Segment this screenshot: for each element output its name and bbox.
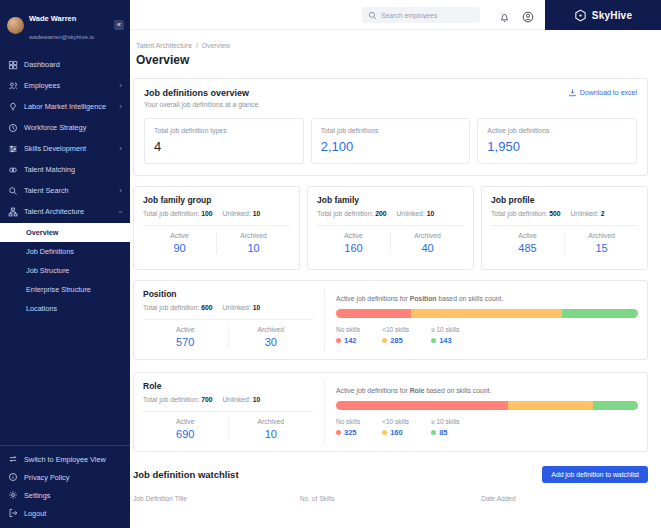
- stat-label: Active job definitions: [487, 127, 627, 134]
- switch-to-employee-view[interactable]: Switch to Employee View: [0, 450, 130, 468]
- sidebar-subitem-job-structure[interactable]: Job Structure: [0, 261, 130, 280]
- card-stats: Total job definition: 100 Unlinked: 10: [143, 210, 290, 217]
- sidebar-item-label: Labor Market Intelligence: [24, 102, 113, 111]
- section-subtitle: Your overall job definitions at a glance…: [144, 101, 260, 108]
- sidebar-item-workforce-strategy[interactable]: Workforce Strategy: [0, 117, 130, 138]
- sidebar-item-talent-search[interactable]: Talent Search ›: [0, 180, 130, 201]
- legend-item: ≥ 10 skills 143: [431, 326, 460, 345]
- avatar: [7, 17, 24, 34]
- total-value: 700: [201, 396, 212, 403]
- total-value: 200: [375, 210, 386, 217]
- brand-name: SkyHive: [592, 10, 632, 21]
- stat-active-definitions: Active job definitions 1,950: [477, 118, 637, 164]
- account-button[interactable]: [522, 9, 534, 27]
- breadcrumb-parent[interactable]: Talent Architecture: [136, 42, 192, 49]
- footer-item-label: Privacy Policy: [24, 473, 122, 482]
- sidebar-subitem-job-definitions[interactable]: Job Definitions: [0, 242, 130, 261]
- chart-description: Active job definitions for Role based on…: [336, 387, 638, 394]
- sidebar-item-skills-development[interactable]: Skills Development ›: [0, 138, 130, 159]
- active-column: Active 570: [143, 326, 229, 348]
- active-column: Active 690: [143, 418, 229, 440]
- total-label: Total job definition:: [143, 304, 199, 311]
- column-header[interactable]: Job Definition Title: [133, 495, 300, 502]
- active-count: 485: [491, 242, 564, 254]
- stat-total-types: Total job definition types 4: [144, 118, 304, 164]
- archived-count: 15: [565, 242, 638, 254]
- job-family-card: Job family Total job definition: 200 Unl…: [307, 186, 474, 270]
- sidebar-item-dashboard[interactable]: Dashboard: [0, 54, 130, 75]
- active-label: Active: [491, 232, 564, 239]
- legend-count: 143: [439, 336, 452, 345]
- column-header[interactable]: No. of Skills: [300, 495, 481, 502]
- settings[interactable]: Settings: [0, 486, 130, 504]
- chevron-down-icon: ›: [117, 210, 125, 213]
- total-value: 600: [201, 304, 212, 311]
- card-title: Job family group: [143, 195, 290, 205]
- logout-icon: [8, 508, 18, 518]
- archived-label: Archived: [229, 326, 314, 333]
- info-icon: [8, 472, 18, 482]
- archived-count: 40: [391, 242, 464, 254]
- legend-item: <10 skills 160: [382, 418, 409, 437]
- download-to-excel-link[interactable]: Download to excel: [568, 88, 637, 97]
- main-content: Job definitions overview Your overall jo…: [133, 78, 648, 502]
- notifications-button[interactable]: [499, 9, 510, 27]
- download-icon: [568, 88, 577, 97]
- sidebar-subitem-enterprise-structure[interactable]: Enterprise Structure: [0, 280, 130, 299]
- sliders-icon: [8, 144, 18, 154]
- legend-dot: [382, 338, 387, 343]
- search-box[interactable]: [362, 7, 480, 23]
- add-to-watchlist-button[interactable]: Add job definition to watchlist: [542, 466, 648, 483]
- sidebar-item-label: Talent Matching: [24, 165, 122, 174]
- job-profile-card: Job profile Total job definition: 500 Un…: [481, 186, 648, 270]
- card-stats: Total job definition: 600 Unlinked: 10: [143, 304, 313, 311]
- active-count: 90: [143, 242, 216, 254]
- archived-label: Archived: [229, 418, 314, 425]
- sidebar-item-employees[interactable]: Employees ›: [0, 75, 130, 96]
- sidebar-item-talent-matching[interactable]: Talent Matching: [0, 159, 130, 180]
- stat-value: 1,950: [487, 139, 627, 154]
- job-definitions-overview-card: Job definitions overview Your overall jo…: [133, 78, 648, 176]
- column-header[interactable]: Date Added: [481, 495, 648, 502]
- unlinked-value: 10: [253, 210, 261, 217]
- sidebar-item-label: Skills Development: [24, 144, 113, 153]
- sidebar-nav: Dashboard Employees › Labor Market Intel…: [0, 54, 130, 321]
- sidebar-item-label: Dashboard: [24, 60, 122, 69]
- sidebar-subitem-locations[interactable]: Locations: [0, 299, 130, 318]
- job-family-group-card: Job family group Total job definition: 1…: [133, 186, 300, 270]
- total-label: Total job definition:: [317, 210, 373, 217]
- search-input[interactable]: [381, 12, 474, 19]
- skills-distribution-bar: [336, 309, 638, 318]
- active-label: Active: [143, 418, 228, 425]
- hierarchy-icon: [8, 207, 18, 217]
- stat-label: Total job definitions: [321, 127, 461, 134]
- overlap-circles-icon: [8, 165, 18, 175]
- archived-column: Archived 30: [229, 326, 314, 348]
- sidebar-subitem-overview[interactable]: Overview: [0, 223, 130, 242]
- card-title: Job profile: [491, 195, 638, 205]
- user-profile[interactable]: Wade Warren wadewarren@skyhive.io «: [0, 0, 130, 49]
- legend-count: 285: [390, 336, 403, 345]
- logout[interactable]: Logout: [0, 504, 130, 522]
- legend-count: 325: [344, 428, 357, 437]
- card-stats: Total job definition: 500 Unlinked: 2: [491, 210, 638, 217]
- unlinked-value: 10: [253, 396, 261, 403]
- legend-count: 160: [390, 428, 403, 437]
- sidebar-item-talent-architecture[interactable]: Talent Architecture ›: [0, 201, 130, 222]
- user-circle-icon: [522, 11, 534, 23]
- privacy-policy[interactable]: Privacy Policy: [0, 468, 130, 486]
- unlinked-label: Unlinked:: [222, 396, 250, 403]
- total-label: Total job definition:: [491, 210, 547, 217]
- footer-item-label: Settings: [24, 491, 122, 500]
- breadcrumb-separator: /: [196, 42, 198, 49]
- active-count: 160: [317, 242, 390, 254]
- sidebar-collapse-icon[interactable]: «: [114, 20, 124, 30]
- archived-column: Archived 10: [217, 232, 290, 254]
- sidebar-footer: Switch to Employee View Privacy Policy S…: [0, 445, 130, 528]
- watchlist-title: Job definition watchlist: [133, 469, 239, 480]
- watchlist-table-header: Job Definition Title No. of Skills Date …: [133, 495, 648, 502]
- chart-legend: No skills 142 <10 skills 285 ≥ 10 skills…: [336, 326, 638, 345]
- sidebar-item-labor-market-intelligence[interactable]: Labor Market Intelligence ›: [0, 96, 130, 117]
- breadcrumb: Talent Architecture/Overview: [136, 42, 230, 49]
- stat-label: Total job definition types: [154, 127, 294, 134]
